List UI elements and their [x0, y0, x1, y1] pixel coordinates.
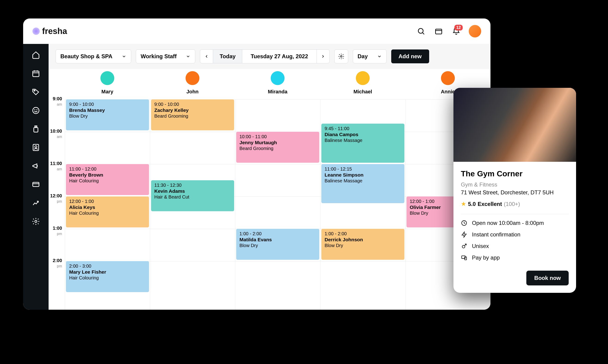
event-client: Derrick Johnson [325, 237, 401, 242]
staff-column[interactable]: John [150, 71, 235, 95]
staff-column[interactable]: Miranda [235, 71, 320, 95]
search-icon[interactable] [416, 26, 426, 36]
calendar-event[interactable]: 11:30 - 12:30Kevin AdamsHair & Beard Cut [151, 180, 234, 211]
event-time: 2:00 - 3:00 [69, 263, 146, 269]
logo[interactable]: fresha [32, 26, 67, 36]
book-now-button[interactable]: Book now [526, 271, 569, 286]
event-client: Beverly Brown [69, 172, 146, 178]
sidebar [23, 44, 49, 310]
card-icon[interactable] [32, 180, 40, 189]
logo-icon [32, 27, 40, 35]
grid-column[interactable]: 9:45 - 11:00Diana CamposBalinese Massage… [320, 99, 405, 310]
calendar-grid[interactable]: 9:00 - 10:00Brenda MasseyBlow Dry11:00 -… [65, 99, 490, 310]
chart-icon[interactable] [32, 199, 40, 207]
user-avatar[interactable] [469, 25, 481, 38]
notification-badge: 12 [454, 25, 463, 30]
event-client: Alicia Keys [69, 205, 146, 210]
time-label: 11:00am [49, 161, 65, 193]
contact-icon[interactable] [32, 143, 40, 152]
event-client: Brenda Massey [69, 107, 146, 113]
time-label: 10:00am [49, 129, 65, 161]
rating-row: ★ 5.0 Excellent (100+) [461, 200, 569, 208]
add-new-button[interactable]: Add new [391, 50, 429, 63]
svg-point-14 [35, 146, 37, 148]
event-time: 9:00 - 10:00 [154, 102, 231, 107]
rating-score: 5.0 [468, 201, 476, 207]
staff-header: MaryJohnMirandaMichaelAnnie [49, 69, 490, 95]
calendar-event[interactable]: 11:00 - 12:00Beverly BrownHair Colouring [66, 164, 149, 195]
smile-icon[interactable] [32, 106, 40, 115]
calendar-event[interactable]: 12:00 - 1:00Alicia KeysHair Colouring [66, 196, 149, 227]
brand-name: fresha [42, 26, 67, 36]
calendar-event[interactable]: 10:00 - 11:00Jenny MurtaughBeard Groomin… [236, 132, 319, 163]
bell-icon[interactable]: 12 [451, 26, 461, 36]
event-service: Balinese Massage [325, 178, 401, 183]
top-actions: 12 [416, 25, 481, 38]
svg-rect-4 [33, 71, 39, 77]
svg-point-8 [34, 90, 35, 91]
toolbar: Beauty Shop & SPA Working Staff Today Tu… [49, 44, 490, 69]
event-service: Beard Grooming [239, 146, 316, 151]
wallet-icon[interactable] [434, 26, 444, 36]
event-client: Zachary Kelley [154, 107, 231, 113]
event-time: 9:00 - 10:00 [69, 102, 146, 107]
settings-icon[interactable] [32, 217, 40, 226]
chevron-down-icon [186, 54, 190, 59]
event-service: Beard Grooming [154, 114, 231, 119]
calendar-event[interactable]: 1:00 - 2:00Matilda EvansBlow Dry [236, 229, 319, 260]
calendar-settings-button[interactable] [334, 50, 348, 63]
svg-rect-15 [33, 182, 39, 186]
tag-icon[interactable] [32, 88, 40, 96]
calendar-event[interactable]: 1:00 - 2:00Derrick JohnsonBlow Dry [321, 229, 404, 260]
business-category: Gym & Fitness [461, 182, 569, 188]
home-icon[interactable] [32, 51, 40, 59]
content: Beauty Shop & SPA Working Staff Today Tu… [49, 44, 490, 310]
mobile-card: The Gym Corner Gym & Fitness 71 West Str… [454, 88, 576, 293]
event-time: 9:45 - 11:00 [325, 126, 401, 131]
grid-column[interactable]: 9:00 - 10:00Brenda MasseyBlow Dry11:00 -… [65, 99, 150, 310]
megaphone-icon[interactable] [32, 162, 40, 170]
location-label: Beauty Shop & SPA [60, 53, 112, 60]
staff-column[interactable]: Michael [320, 71, 405, 95]
staff-filter-label: Working Staff [141, 53, 177, 60]
prev-day-button[interactable] [200, 50, 213, 63]
business-address: 71 West Street, Dorchester, DT7 5UH [461, 189, 569, 196]
location-select[interactable]: Beauty Shop & SPA [55, 50, 131, 63]
svg-point-9 [33, 107, 39, 114]
hours-row: Open now 10:00am - 8:00pm [461, 220, 569, 226]
calendar-event[interactable]: 9:00 - 10:00Zachary KelleyBeard Grooming [151, 99, 234, 130]
product-icon[interactable] [32, 125, 40, 133]
clock-icon [461, 220, 467, 226]
svg-rect-12 [34, 128, 38, 132]
chevron-down-icon [377, 54, 382, 59]
grid-column[interactable]: 10:00 - 11:00Jenny MurtaughBeard Groomin… [235, 99, 320, 310]
gender-icon [461, 243, 467, 249]
calendar-icon[interactable] [32, 69, 40, 78]
event-service: Hair & Beard Cut [154, 194, 231, 200]
svg-point-21 [462, 246, 465, 248]
calendar-event[interactable]: 11:00 - 12:15Leanne SimpsonBalinese Mass… [321, 164, 404, 203]
calendar-event[interactable]: 2:00 - 3:00Mary Lee FisherHair Colouring [66, 261, 149, 292]
next-day-button[interactable] [317, 50, 330, 63]
event-service: Hair Colouring [69, 178, 146, 183]
time-label: 2:00pm [49, 258, 65, 290]
svg-point-10 [35, 110, 35, 110]
devices-icon [461, 254, 467, 261]
rating-label: Excellent [478, 201, 502, 207]
view-label: Day [358, 53, 368, 60]
staff-filter-select[interactable]: Working Staff [136, 50, 195, 63]
staff-column[interactable]: Mary [65, 71, 150, 95]
topbar: fresha 12 [23, 18, 490, 44]
calendar-event[interactable]: 9:00 - 10:00Brenda MasseyBlow Dry [66, 99, 149, 130]
event-time: 11:30 - 12:30 [154, 182, 231, 188]
calendar-event[interactable]: 9:45 - 11:00Diana CamposBalinese Massage [321, 124, 404, 163]
today-button[interactable]: Today [213, 50, 242, 63]
svg-point-11 [37, 110, 37, 110]
grid-column[interactable]: 9:00 - 10:00Zachary KelleyBeard Grooming… [150, 99, 235, 310]
event-service: Balinese Massage [325, 138, 401, 143]
rating-count: (100+) [504, 201, 520, 207]
view-select[interactable]: Day [353, 50, 387, 63]
staff-name: Annie [441, 89, 455, 95]
svg-point-17 [35, 221, 37, 222]
time-label: 9:00am [49, 96, 65, 129]
